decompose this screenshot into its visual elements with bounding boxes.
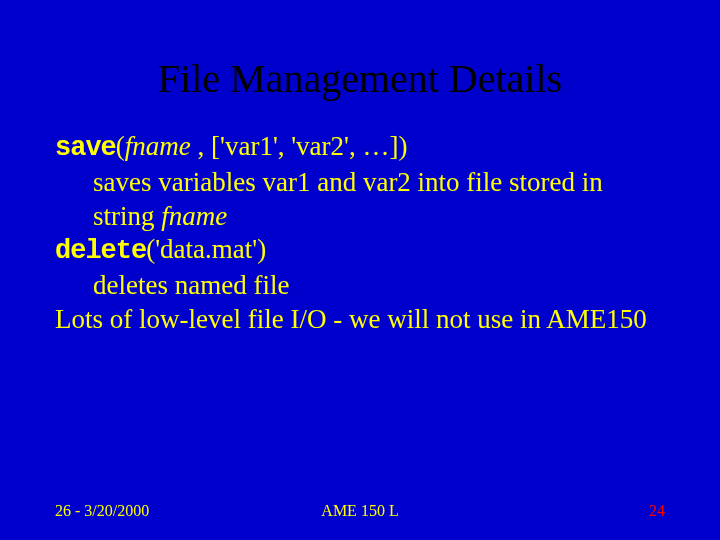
footer-page-number: 24 bbox=[649, 502, 665, 520]
body-line-1: save(fname , ['var1', 'var2', …]) bbox=[55, 130, 665, 166]
body-line-2: saves variables var1 and var2 into file … bbox=[55, 166, 665, 234]
line2-fname: fname bbox=[161, 201, 227, 231]
body-line-3: delete('data.mat') bbox=[55, 233, 665, 269]
slide-body: save(fname , ['var1', 'var2', …]) saves … bbox=[55, 130, 665, 337]
fname-arg: fname bbox=[125, 131, 191, 161]
delete-keyword: delete bbox=[55, 236, 146, 266]
slide: File Management Details save(fname , ['v… bbox=[0, 0, 720, 540]
body-line-5: Lots of low-level file I/O - we will not… bbox=[55, 303, 665, 337]
footer-course: AME 150 L bbox=[0, 502, 720, 520]
line1-rest: , ['var1', 'var2', …]) bbox=[191, 131, 408, 161]
body-line-4: deletes named file bbox=[55, 269, 665, 303]
save-keyword: save bbox=[55, 133, 116, 163]
open-paren: ( bbox=[116, 131, 125, 161]
line3-rest: ('data.mat') bbox=[146, 234, 266, 264]
slide-title: File Management Details bbox=[55, 55, 665, 102]
